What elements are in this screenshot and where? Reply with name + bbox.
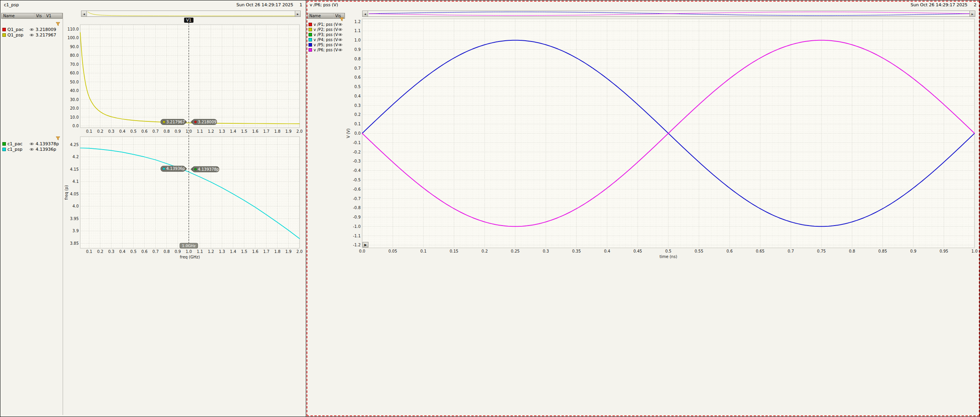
visibility-eye-icon[interactable]	[338, 23, 343, 26]
column-header-name[interactable]: Name	[2, 13, 34, 18]
svg-text:1.0GHz: 1.0GHz	[182, 244, 196, 248]
svg-text:4.2: 4.2	[72, 155, 79, 159]
svg-text:0.7: 0.7	[152, 249, 159, 254]
signal-value: 4.13936p	[36, 147, 56, 152]
scroll-right-button[interactable]: ▶	[295, 11, 300, 16]
signal-row[interactable]: Q1_pac3.218009	[1, 27, 63, 32]
svg-text:3.85: 3.85	[70, 241, 79, 246]
svg-text:0.5: 0.5	[130, 129, 137, 134]
signal-row[interactable]: v /P5; pss (V)	[307, 42, 345, 47]
signal-name: v /P5; pss (V)	[314, 43, 338, 47]
svg-text:3.218009: 3.218009	[198, 120, 217, 124]
svg-text:0.1: 0.1	[420, 249, 426, 253]
column-header-name[interactable]: Name	[308, 13, 334, 18]
right-plot-canvas[interactable]: -1.2-1.1-1.0-0.9-0.8-0.7-0.6-0.5-0.4-0.3…	[345, 17, 978, 264]
visibility-eye-icon[interactable]	[29, 142, 34, 146]
scroll-right-button[interactable]: ▶	[969, 11, 975, 16]
timestamp-text: Sun Oct 26 14:29:17 2025	[911, 2, 967, 7]
x-axis-tick-labels: 0.10.20.30.40.50.60.70.80.91.01.11.21.31…	[86, 129, 303, 134]
trace-marker[interactable]: 4.139378p	[191, 166, 219, 172]
trace-marker[interactable]: 4.13936p	[161, 166, 187, 171]
svg-text:1.6: 1.6	[252, 129, 258, 134]
titlebar: c1_psp Sun Oct 26 14:29:17 20251	[0, 0, 306, 9]
scroll-left-icon: ◀	[364, 13, 366, 15]
signal-row[interactable]: c1_psp4.13936p	[1, 146, 63, 152]
y-axis-title: V (V)	[346, 128, 350, 138]
visibility-eye-icon[interactable]	[338, 33, 343, 36]
svg-text:0.8: 0.8	[164, 129, 170, 134]
svg-text:0.9: 0.9	[354, 47, 361, 52]
signal-row[interactable]: v /P6; pss (V)	[307, 47, 345, 52]
svg-text:0.1: 0.1	[354, 122, 361, 126]
signal-row[interactable]: c1_pac4.139378p	[1, 141, 63, 146]
signal-row[interactable]: v /P3; pss (V)	[307, 32, 345, 37]
visibility-eye-icon[interactable]	[338, 38, 343, 42]
svg-text:0.4: 0.4	[604, 249, 610, 253]
left-plots-canvas[interactable]: 0.010.020.030.040.050.060.070.080.090.01…	[63, 17, 305, 271]
overview-scrollbar[interactable]: ◀ ▶	[81, 11, 301, 17]
column-header-v1[interactable]: V1	[45, 13, 62, 18]
visibility-eye-icon[interactable]	[338, 28, 343, 31]
svg-text:0.9: 0.9	[175, 249, 181, 254]
svg-text:0.0: 0.0	[354, 131, 361, 135]
svg-text:1.2: 1.2	[208, 249, 214, 254]
window-number: 2	[974, 2, 976, 7]
scroll-left-button[interactable]: ◀	[363, 11, 368, 16]
scroll-left-button[interactable]: ◀	[81, 11, 87, 16]
window-timestamp: Sun Oct 26 14:29:17 20251	[236, 2, 302, 7]
signal-group: v /P1; pss (V)v /P2; pss (V)v /P3; pss (…	[307, 19, 345, 52]
svg-text:1.4: 1.4	[230, 129, 236, 134]
filter-funnel-icon[interactable]	[339, 17, 344, 22]
svg-text:3.95: 3.95	[70, 217, 79, 221]
animation-play-button[interactable]: ▶	[363, 242, 368, 247]
visibility-eye-icon[interactable]	[29, 148, 34, 151]
column-header-vis[interactable]: Vis	[34, 13, 45, 18]
svg-text:1.0: 1.0	[971, 249, 978, 253]
visibility-eye-icon[interactable]	[338, 43, 343, 47]
filter-funnel-icon[interactable]	[56, 136, 60, 141]
signal-groups: v /P1; pss (V)v /P2; pss (V)v /P3; pss (…	[307, 19, 345, 52]
svg-text:0.4: 0.4	[119, 129, 126, 134]
overview-scrollbar[interactable]: ◀ ▶	[362, 11, 975, 17]
signal-value: 3.217967	[36, 32, 56, 38]
filter-funnel-icon[interactable]	[56, 22, 60, 26]
overview-mini-plot[interactable]	[87, 11, 295, 16]
visibility-eye-icon[interactable]	[29, 33, 34, 37]
svg-text:0.7: 0.7	[152, 129, 159, 134]
svg-text:-0.6: -0.6	[353, 187, 361, 191]
svg-text:110.0: 110.0	[67, 27, 79, 31]
signal-color-swatch	[2, 148, 6, 151]
svg-text:30.0: 30.0	[70, 97, 79, 102]
svg-text:1.7: 1.7	[263, 129, 269, 134]
svg-text:0.5: 0.5	[665, 249, 671, 253]
signal-color-swatch	[2, 142, 6, 146]
svg-text:-0.9: -0.9	[353, 215, 361, 219]
signal-row[interactable]: Q1_psp3.217967	[1, 32, 63, 38]
trace-marker[interactable]: 3.218009	[191, 119, 217, 125]
signal-name: v /P3; pss (V)	[314, 32, 338, 37]
window-pss-waveforms: v /P6; pss (V) Sun Oct 26 14:29:17 20252…	[306, 0, 980, 417]
svg-text:0.3: 0.3	[354, 103, 361, 108]
svg-text:V1: V1	[186, 18, 191, 22]
svg-text:1.3: 1.3	[219, 129, 225, 134]
svg-text:1.2: 1.2	[208, 129, 214, 134]
signal-list-panel: NameVisV1 Q1_pac3.218009Q1_psp3.217967c1…	[1, 13, 63, 415]
play-icon: ▶	[364, 243, 366, 247]
trace-marker[interactable]: 3.217967	[161, 119, 187, 125]
overview-mini-plot[interactable]	[368, 11, 969, 16]
signal-color-swatch	[309, 33, 312, 36]
signal-name: c1_psp	[7, 147, 29, 152]
visibility-eye-icon[interactable]	[338, 48, 343, 52]
signal-row[interactable]: v /P2; pss (V)	[307, 27, 345, 32]
svg-text:0.6: 0.6	[726, 249, 733, 253]
signal-row[interactable]: v /P1; pss (V)	[307, 22, 345, 27]
signal-color-swatch	[2, 28, 6, 31]
svg-text:60.0: 60.0	[70, 71, 79, 75]
signal-color-swatch	[309, 43, 312, 47]
svg-text:0.2: 0.2	[482, 249, 488, 253]
svg-text:0.3: 0.3	[108, 129, 114, 134]
svg-text:0.7: 0.7	[354, 66, 361, 70]
visibility-eye-icon[interactable]	[29, 28, 34, 31]
signal-row[interactable]: v /P4; pss (V)	[307, 37, 345, 42]
svg-text:1.3: 1.3	[219, 249, 225, 254]
